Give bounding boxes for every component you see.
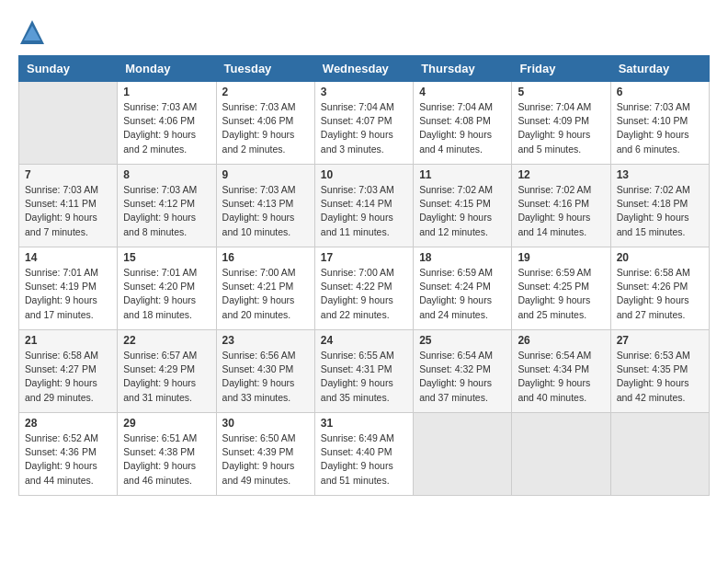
day-info: Sunrise: 6:56 AM Sunset: 4:30 PM Dayligh… <box>222 349 309 405</box>
day-number: 19 <box>518 251 604 264</box>
calendar-cell: 30Sunrise: 6:50 AM Sunset: 4:39 PM Dayli… <box>216 413 314 496</box>
day-number: 5 <box>518 86 604 98</box>
day-number: 14 <box>25 251 111 264</box>
calendar-cell: 20Sunrise: 6:58 AM Sunset: 4:26 PM Dayli… <box>610 247 709 330</box>
day-number: 26 <box>518 334 604 347</box>
calendar-cell: 8Sunrise: 7:03 AM Sunset: 4:12 PM Daylig… <box>118 165 216 247</box>
calendar-week-row: 21Sunrise: 6:58 AM Sunset: 4:27 PM Dayli… <box>19 330 710 413</box>
day-number: 10 <box>321 168 407 181</box>
day-info: Sunrise: 7:02 AM Sunset: 4:15 PM Dayligh… <box>419 183 506 239</box>
header-tuesday: Tuesday <box>216 56 314 82</box>
calendar-cell <box>414 413 512 496</box>
calendar-table: SundayMondayTuesdayWednesdayThursdayFrid… <box>18 55 710 496</box>
calendar-header-row: SundayMondayTuesdayWednesdayThursdayFrid… <box>19 56 710 82</box>
calendar-cell: 21Sunrise: 6:58 AM Sunset: 4:27 PM Dayli… <box>19 330 118 413</box>
calendar-cell: 12Sunrise: 7:02 AM Sunset: 4:16 PM Dayli… <box>512 165 610 247</box>
day-info: Sunrise: 6:59 AM Sunset: 4:25 PM Dayligh… <box>518 266 604 322</box>
calendar-cell: 27Sunrise: 6:53 AM Sunset: 4:35 PM Dayli… <box>610 330 709 413</box>
day-number: 24 <box>321 334 407 347</box>
day-info: Sunrise: 6:55 AM Sunset: 4:31 PM Dayligh… <box>321 349 407 405</box>
calendar-cell: 18Sunrise: 6:59 AM Sunset: 4:24 PM Dayli… <box>414 247 512 330</box>
day-info: Sunrise: 7:03 AM Sunset: 4:12 PM Dayligh… <box>123 183 210 239</box>
calendar-cell: 28Sunrise: 6:52 AM Sunset: 4:36 PM Dayli… <box>19 413 118 496</box>
day-info: Sunrise: 7:01 AM Sunset: 4:19 PM Dayligh… <box>25 266 111 322</box>
calendar-cell: 11Sunrise: 7:02 AM Sunset: 4:15 PM Dayli… <box>414 165 512 247</box>
calendar-cell: 2Sunrise: 7:03 AM Sunset: 4:06 PM Daylig… <box>216 82 314 165</box>
calendar-cell: 24Sunrise: 6:55 AM Sunset: 4:31 PM Dayli… <box>314 330 413 413</box>
day-number: 30 <box>222 417 309 430</box>
day-info: Sunrise: 7:04 AM Sunset: 4:09 PM Dayligh… <box>518 100 604 156</box>
calendar-cell: 16Sunrise: 7:00 AM Sunset: 4:21 PM Dayli… <box>216 247 314 330</box>
header-wednesday: Wednesday <box>314 56 413 82</box>
calendar-cell: 1Sunrise: 7:03 AM Sunset: 4:06 PM Daylig… <box>118 82 216 165</box>
calendar-cell: 10Sunrise: 7:03 AM Sunset: 4:14 PM Dayli… <box>314 165 413 247</box>
calendar-cell: 7Sunrise: 7:03 AM Sunset: 4:11 PM Daylig… <box>19 165 118 247</box>
page-header <box>18 18 710 46</box>
day-info: Sunrise: 7:04 AM Sunset: 4:07 PM Dayligh… <box>321 100 407 156</box>
day-number: 12 <box>518 168 604 181</box>
day-number: 11 <box>419 168 506 181</box>
day-number: 16 <box>222 251 309 264</box>
day-number: 23 <box>222 334 309 347</box>
day-info: Sunrise: 6:58 AM Sunset: 4:26 PM Dayligh… <box>617 266 703 322</box>
header-friday: Friday <box>512 56 610 82</box>
day-number: 6 <box>617 86 703 98</box>
day-number: 2 <box>222 86 309 98</box>
header-saturday: Saturday <box>610 56 709 82</box>
calendar-cell <box>19 82 118 165</box>
day-number: 22 <box>123 334 210 347</box>
calendar-cell: 3Sunrise: 7:04 AM Sunset: 4:07 PM Daylig… <box>314 82 413 165</box>
day-number: 29 <box>123 417 210 430</box>
header-monday: Monday <box>118 56 216 82</box>
calendar-cell: 14Sunrise: 7:01 AM Sunset: 4:19 PM Dayli… <box>19 247 118 330</box>
day-number: 28 <box>25 417 111 430</box>
day-number: 9 <box>222 168 309 181</box>
day-info: Sunrise: 6:53 AM Sunset: 4:35 PM Dayligh… <box>617 349 703 405</box>
header-thursday: Thursday <box>414 56 512 82</box>
day-number: 21 <box>25 334 111 347</box>
calendar-cell: 25Sunrise: 6:54 AM Sunset: 4:32 PM Dayli… <box>414 330 512 413</box>
day-number: 31 <box>321 417 407 430</box>
calendar-cell: 17Sunrise: 7:00 AM Sunset: 4:22 PM Dayli… <box>314 247 413 330</box>
calendar-cell: 13Sunrise: 7:02 AM Sunset: 4:18 PM Dayli… <box>610 165 709 247</box>
logo <box>18 18 50 46</box>
day-info: Sunrise: 6:57 AM Sunset: 4:29 PM Dayligh… <box>123 349 210 405</box>
calendar-cell: 6Sunrise: 7:03 AM Sunset: 4:10 PM Daylig… <box>610 82 709 165</box>
day-info: Sunrise: 7:04 AM Sunset: 4:08 PM Dayligh… <box>419 100 506 156</box>
calendar-cell: 19Sunrise: 6:59 AM Sunset: 4:25 PM Dayli… <box>512 247 610 330</box>
day-info: Sunrise: 7:02 AM Sunset: 4:16 PM Dayligh… <box>518 183 604 239</box>
day-info: Sunrise: 6:52 AM Sunset: 4:36 PM Dayligh… <box>25 431 111 488</box>
calendar-week-row: 14Sunrise: 7:01 AM Sunset: 4:19 PM Dayli… <box>19 247 710 330</box>
day-number: 20 <box>617 251 703 264</box>
day-number: 1 <box>123 86 210 98</box>
calendar-cell: 4Sunrise: 7:04 AM Sunset: 4:08 PM Daylig… <box>414 82 512 165</box>
calendar-cell: 5Sunrise: 7:04 AM Sunset: 4:09 PM Daylig… <box>512 82 610 165</box>
calendar-cell: 29Sunrise: 6:51 AM Sunset: 4:38 PM Dayli… <box>118 413 216 496</box>
calendar-week-row: 28Sunrise: 6:52 AM Sunset: 4:36 PM Dayli… <box>19 413 710 496</box>
day-number: 27 <box>617 334 703 347</box>
day-info: Sunrise: 7:03 AM Sunset: 4:13 PM Dayligh… <box>222 183 309 239</box>
calendar-week-row: 1Sunrise: 7:03 AM Sunset: 4:06 PM Daylig… <box>19 82 710 165</box>
day-number: 15 <box>123 251 210 264</box>
day-info: Sunrise: 7:03 AM Sunset: 4:06 PM Dayligh… <box>222 100 309 156</box>
day-info: Sunrise: 6:50 AM Sunset: 4:39 PM Dayligh… <box>222 431 309 488</box>
day-number: 3 <box>321 86 407 98</box>
day-info: Sunrise: 7:02 AM Sunset: 4:18 PM Dayligh… <box>617 183 703 239</box>
calendar-cell: 26Sunrise: 6:54 AM Sunset: 4:34 PM Dayli… <box>512 330 610 413</box>
calendar-cell: 9Sunrise: 7:03 AM Sunset: 4:13 PM Daylig… <box>216 165 314 247</box>
day-info: Sunrise: 7:03 AM Sunset: 4:10 PM Dayligh… <box>617 100 703 156</box>
day-number: 18 <box>419 251 506 264</box>
calendar-cell: 23Sunrise: 6:56 AM Sunset: 4:30 PM Dayli… <box>216 330 314 413</box>
header-sunday: Sunday <box>19 56 118 82</box>
day-info: Sunrise: 7:00 AM Sunset: 4:22 PM Dayligh… <box>321 266 407 322</box>
day-info: Sunrise: 6:54 AM Sunset: 4:32 PM Dayligh… <box>419 349 506 405</box>
day-info: Sunrise: 7:00 AM Sunset: 4:21 PM Dayligh… <box>222 266 309 322</box>
calendar-cell: 22Sunrise: 6:57 AM Sunset: 4:29 PM Dayli… <box>118 330 216 413</box>
day-info: Sunrise: 6:59 AM Sunset: 4:24 PM Dayligh… <box>419 266 506 322</box>
day-info: Sunrise: 7:03 AM Sunset: 4:06 PM Dayligh… <box>123 100 210 156</box>
day-number: 13 <box>617 168 703 181</box>
day-number: 8 <box>123 168 210 181</box>
calendar-cell <box>512 413 610 496</box>
day-info: Sunrise: 6:49 AM Sunset: 4:40 PM Dayligh… <box>321 431 407 488</box>
day-info: Sunrise: 6:51 AM Sunset: 4:38 PM Dayligh… <box>123 431 210 488</box>
